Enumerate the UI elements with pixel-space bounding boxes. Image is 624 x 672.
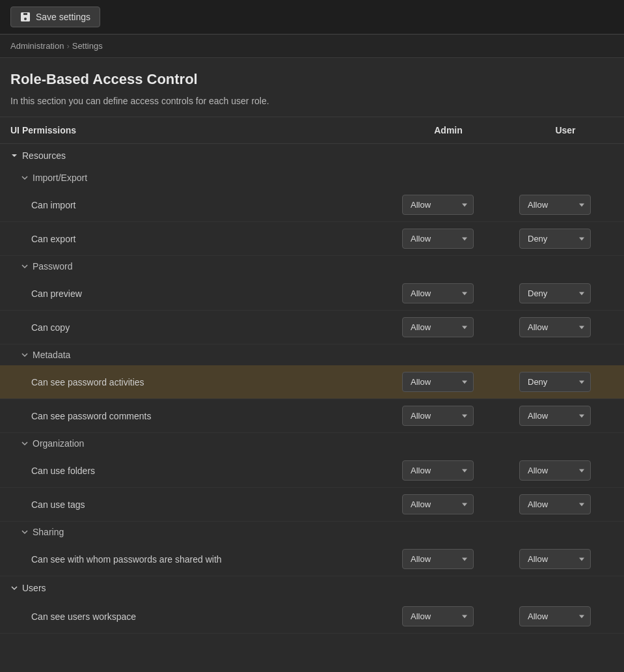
section-users: Users [0,576,624,600]
chevron-down-icon [21,351,29,359]
section-resources: Resources [0,144,624,167]
permission-can-see-shared-user-cell: Allow Deny [496,549,614,569]
can-use-tags-user-select-wrapper: Allow Deny [519,494,591,514]
toolbar: Save settings [0,0,624,35]
permission-can-see-workspace-user-cell: Allow Deny [496,606,614,626]
column-user: User [507,117,624,143]
permission-can-see-comments-admin-cell: Allow Deny [379,406,496,426]
can-export-user-select-wrapper: Deny Allow [519,229,591,249]
subsection-password: Password [0,256,624,277]
can-use-folders-user-select[interactable]: Allow Deny [519,460,591,481]
permission-row-can-see-activities: Can see password activities Allow Deny D… [0,365,624,399]
can-see-comments-user-select-wrapper: Allow Deny [519,406,591,426]
permission-can-see-activities-label: Can see password activities [31,377,379,387]
permission-can-export-user-cell: Deny Allow [496,229,614,249]
permission-can-see-workspace-label: Can see users workspace [31,611,379,622]
subsection-metadata-label: Metadata [33,350,70,360]
permission-row-can-import: Can import Allow Deny Allow Deny [0,188,624,222]
can-see-workspace-user-select[interactable]: Allow Deny [519,606,591,626]
permission-can-use-folders-admin-cell: Allow Deny [379,460,496,481]
can-use-tags-admin-select[interactable]: Allow Deny [402,494,474,514]
breadcrumb: Administration › Settings [0,35,624,58]
permission-row-can-see-shared: Can see with whom passwords are shared w… [0,542,624,576]
permission-can-see-workspace-admin-cell: Allow Deny [379,606,496,626]
can-use-tags-admin-select-wrapper: Allow Deny [402,494,474,514]
section-users-label: Users [22,583,46,593]
subsection-organization-label: Organization [33,438,84,449]
column-permissions: UI Permissions [0,117,390,143]
table-header: UI Permissions Admin User [0,117,624,144]
can-see-shared-admin-select[interactable]: Allow Deny [402,549,474,569]
permission-can-import-label: Can import [31,200,379,210]
can-copy-admin-select[interactable]: Allow Deny [402,317,474,337]
permission-can-see-shared-admin-cell: Allow Deny [379,549,496,569]
can-see-shared-user-select[interactable]: Allow Deny [519,549,591,569]
can-preview-user-select-wrapper: Deny Allow [519,283,591,303]
chevron-down-icon [21,174,29,182]
save-icon [20,12,31,22]
permission-row-can-copy: Can copy Allow Deny Allow Deny [0,311,624,344]
permission-can-export-admin-cell: Allow Deny [379,229,496,249]
chevron-down-icon [21,528,29,536]
permission-can-use-folders-label: Can use folders [31,466,379,476]
save-button[interactable]: Save settings [10,7,100,27]
breadcrumb-admin-link[interactable]: Administration [10,41,64,51]
can-see-activities-user-select-wrapper: Deny Allow [519,372,591,392]
can-see-workspace-admin-select[interactable]: Allow Deny [402,606,474,626]
can-see-shared-user-select-wrapper: Allow Deny [519,549,591,569]
can-use-folders-admin-select-wrapper: Allow Deny [402,460,474,481]
permission-can-import-admin-cell: Allow Deny [379,195,496,215]
can-import-admin-select[interactable]: Allow Deny [402,195,474,215]
permission-can-see-comments-user-cell: Allow Deny [496,406,614,426]
permission-can-use-tags-label: Can use tags [31,499,379,510]
subsection-metadata: Metadata [0,344,624,365]
permission-can-copy-label: Can copy [31,322,379,333]
can-preview-user-select[interactable]: Deny Allow [519,283,591,303]
can-copy-user-select[interactable]: Allow Deny [519,317,591,337]
can-see-workspace-admin-select-wrapper: Allow Deny [402,606,474,626]
can-see-comments-admin-select-wrapper: Allow Deny [402,406,474,426]
can-import-user-select-wrapper: Allow Deny [519,195,591,215]
permission-can-preview-label: Can preview [31,288,379,299]
subsection-sharing-label: Sharing [33,527,64,537]
permission-row-can-see-comments: Can see password comments Allow Deny All… [0,399,624,433]
subsection-password-label: Password [33,261,72,272]
can-see-activities-user-select[interactable]: Deny Allow [519,372,591,392]
permission-can-copy-user-cell: Allow Deny [496,317,614,337]
can-see-shared-admin-select-wrapper: Allow Deny [402,549,474,569]
subsection-import-export-label: Import/Export [33,173,87,183]
can-see-activities-admin-select-wrapper: Allow Deny [402,372,474,392]
subsection-organization: Organization [0,433,624,454]
can-use-folders-admin-select[interactable]: Allow Deny [402,460,474,481]
can-see-comments-user-select[interactable]: Allow Deny [519,406,591,426]
permission-row-can-see-workspace: Can see users workspace Allow Deny Allow… [0,600,624,634]
can-import-user-select[interactable]: Allow Deny [519,195,591,215]
permission-can-export-label: Can export [31,234,379,244]
can-copy-user-select-wrapper: Allow Deny [519,317,591,337]
can-export-admin-select[interactable]: Allow Deny [402,229,474,249]
can-use-tags-user-select[interactable]: Allow Deny [519,494,591,514]
permission-can-import-user-cell: Allow Deny [496,195,614,215]
page-description: In this section you can define access co… [10,96,614,106]
permission-can-preview-user-cell: Deny Allow [496,283,614,303]
subsection-import-export: Import/Export [0,167,624,188]
save-button-label: Save settings [36,12,90,22]
can-import-admin-select-wrapper: Allow Deny [402,195,474,215]
chevron-down-icon [21,440,29,447]
can-see-workspace-user-select-wrapper: Allow Deny [519,606,591,626]
chevron-down-icon [10,152,18,160]
can-preview-admin-select[interactable]: Allow Deny [402,283,474,303]
permission-can-see-activities-admin-cell: Allow Deny [379,372,496,392]
can-export-user-select[interactable]: Deny Allow [519,229,591,249]
page-title: Role-Based Access Control [10,71,614,88]
breadcrumb-separator-1: › [66,41,69,51]
column-admin: Admin [390,117,507,143]
permission-can-copy-admin-cell: Allow Deny [379,317,496,337]
can-copy-admin-select-wrapper: Allow Deny [402,317,474,337]
permission-can-preview-admin-cell: Allow Deny [379,283,496,303]
can-see-activities-admin-select[interactable]: Allow Deny [402,372,474,392]
can-see-comments-admin-select[interactable]: Allow Deny [402,406,474,426]
can-use-folders-user-select-wrapper: Allow Deny [519,460,591,481]
permission-row-can-preview: Can preview Allow Deny Deny Allow [0,277,624,311]
permission-can-see-comments-label: Can see password comments [31,411,379,421]
